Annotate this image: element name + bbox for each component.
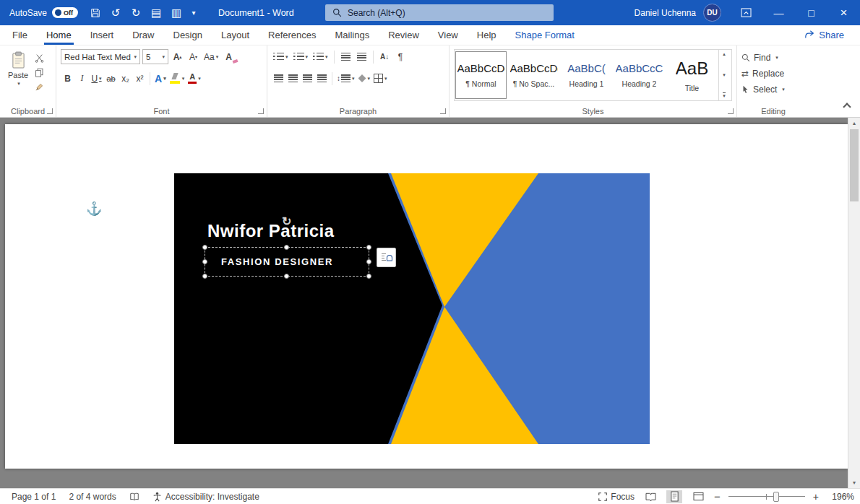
- increase-indent-button[interactable]: [355, 49, 369, 64]
- read-mode-button[interactable]: [642, 490, 658, 503]
- grow-font-button[interactable]: A: [171, 49, 184, 64]
- shading-button[interactable]: [357, 71, 372, 86]
- subscript-button[interactable]: x₂: [119, 71, 132, 86]
- change-case-button[interactable]: Aa: [202, 49, 220, 64]
- line-spacing-button[interactable]: ↕: [335, 71, 356, 86]
- focus-button[interactable]: Focus: [598, 492, 635, 502]
- format-painter-icon[interactable]: [35, 82, 44, 92]
- vertical-scrollbar[interactable]: ▴ ▾: [848, 118, 860, 488]
- clipboard-dialog-launcher-icon[interactable]: [47, 108, 53, 114]
- select-button[interactable]: Select: [741, 82, 805, 97]
- align-center-button[interactable]: [286, 71, 300, 86]
- gallery-down-icon[interactable]: ▾: [723, 72, 726, 78]
- avatar[interactable]: DU: [703, 4, 721, 22]
- copy-icon[interactable]: [35, 68, 44, 77]
- numbering-button[interactable]: [292, 49, 310, 64]
- autosave-toggle[interactable]: Off: [52, 7, 78, 18]
- search-box[interactable]: Search (Alt+Q): [325, 4, 554, 21]
- tab-help[interactable]: Help: [468, 25, 506, 45]
- save-icon[interactable]: [85, 0, 106, 25]
- web-layout-button[interactable]: [690, 490, 706, 503]
- tab-review[interactable]: Review: [379, 25, 429, 45]
- tab-layout[interactable]: Layout: [212, 25, 259, 45]
- close-button[interactable]: ×: [827, 0, 860, 25]
- multilevel-list-button[interactable]: [311, 49, 330, 64]
- align-left-button[interactable]: [272, 71, 285, 86]
- tab-draw[interactable]: Draw: [123, 25, 163, 45]
- tab-view[interactable]: View: [429, 25, 468, 45]
- collapse-ribbon-icon[interactable]: [843, 103, 851, 110]
- scroll-up-icon[interactable]: ▴: [848, 120, 860, 126]
- accessibility-status[interactable]: Accessibility: Investigate: [152, 492, 259, 502]
- underline-button[interactable]: U: [90, 71, 103, 86]
- minimize-button[interactable]: —: [762, 0, 795, 25]
- strikethrough-button[interactable]: ab: [104, 71, 118, 86]
- font-size-combobox[interactable]: 5: [142, 49, 168, 64]
- tab-references[interactable]: References: [259, 25, 325, 45]
- zoom-slider-thumb[interactable]: [773, 492, 779, 502]
- ribbon-display-options-icon[interactable]: [730, 0, 762, 25]
- share-button[interactable]: Share: [805, 25, 844, 45]
- touch-mode-icon[interactable]: ▤: [146, 0, 166, 25]
- handle-bottom-left[interactable]: [202, 274, 207, 279]
- tab-insert[interactable]: Insert: [81, 25, 124, 45]
- business-card-shape[interactable]: Nwifor Patricia ↻ FASHION DESIGNER: [174, 173, 650, 444]
- tab-shape-format[interactable]: Shape Format: [506, 25, 584, 45]
- style-heading-1[interactable]: AaBbC( Heading 1: [561, 51, 612, 99]
- scroll-down-icon[interactable]: ▾: [848, 479, 860, 486]
- selected-text-box[interactable]: FASHION DESIGNER: [205, 247, 369, 277]
- word-count-status[interactable]: 2 of 4 words: [69, 492, 116, 502]
- handle-top-center[interactable]: [284, 245, 289, 250]
- print-layout-button[interactable]: [666, 490, 682, 503]
- customize-qat-icon[interactable]: ▾: [186, 0, 201, 25]
- handle-middle-left[interactable]: [202, 259, 207, 264]
- card-name-text[interactable]: Nwifor Patricia: [207, 221, 335, 241]
- handle-bottom-right[interactable]: [366, 274, 371, 279]
- paragraph-dialog-launcher-icon[interactable]: [440, 108, 446, 114]
- shrink-font-button[interactable]: A: [186, 49, 200, 64]
- handle-top-right[interactable]: [366, 245, 371, 250]
- highlight-color-button[interactable]: [168, 71, 186, 86]
- proofing-icon[interactable]: [129, 492, 139, 501]
- align-right-button[interactable]: [301, 71, 314, 86]
- rotate-handle-icon[interactable]: ↻: [282, 214, 291, 228]
- style-normal[interactable]: AaBbCcDc ¶ Normal: [455, 51, 507, 99]
- layout-options-button[interactable]: [377, 248, 396, 267]
- card-role-text[interactable]: FASHION DESIGNER: [221, 248, 333, 277]
- superscript-button[interactable]: x²: [133, 71, 147, 86]
- sort-button[interactable]: A↓: [378, 49, 392, 64]
- handle-top-left[interactable]: [202, 245, 207, 250]
- zoom-in-button[interactable]: +: [813, 491, 819, 503]
- zoom-slider[interactable]: [728, 492, 805, 502]
- text-effects-button[interactable]: A: [153, 71, 168, 86]
- cut-icon[interactable]: [35, 53, 44, 63]
- find-button[interactable]: Find: [741, 50, 805, 66]
- scrollbar-thumb[interactable]: [850, 129, 859, 201]
- show-paragraph-marks-button[interactable]: ¶: [394, 49, 408, 64]
- redo-icon[interactable]: ↻: [126, 0, 146, 25]
- gallery-more-icon[interactable]: ▾: [723, 92, 726, 99]
- italic-button[interactable]: I: [75, 71, 89, 86]
- zoom-out-button[interactable]: −: [714, 490, 721, 503]
- list-icon[interactable]: ▥: [166, 0, 186, 25]
- bullets-button[interactable]: [272, 49, 290, 64]
- decrease-indent-button[interactable]: [339, 49, 353, 64]
- borders-button[interactable]: [372, 71, 389, 86]
- handle-bottom-center[interactable]: [284, 274, 289, 279]
- tab-mailings[interactable]: Mailings: [326, 25, 379, 45]
- paste-button[interactable]: Paste: [4, 49, 32, 104]
- font-name-combobox[interactable]: Red Hat Text Med: [61, 49, 140, 64]
- style-title[interactable]: AaB Title: [666, 51, 718, 99]
- bold-button[interactable]: B: [61, 71, 74, 86]
- gallery-up-icon[interactable]: ▴: [723, 51, 726, 57]
- page-number-status[interactable]: Page 1 of 1: [12, 492, 56, 502]
- maximize-button[interactable]: □: [795, 0, 827, 25]
- zoom-level[interactable]: 196%: [827, 492, 854, 502]
- font-color-button[interactable]: A: [186, 71, 202, 86]
- style-heading-2[interactable]: AaBbCcC Heading 2: [614, 51, 665, 99]
- font-dialog-launcher-icon[interactable]: [258, 108, 264, 114]
- replace-button[interactable]: ⇄ Replace: [741, 66, 805, 82]
- clear-formatting-button[interactable]: A: [222, 49, 236, 64]
- tab-design[interactable]: Design: [164, 25, 212, 45]
- style-no-spacing[interactable]: AaBbCcDc ¶ No Spac...: [508, 51, 559, 99]
